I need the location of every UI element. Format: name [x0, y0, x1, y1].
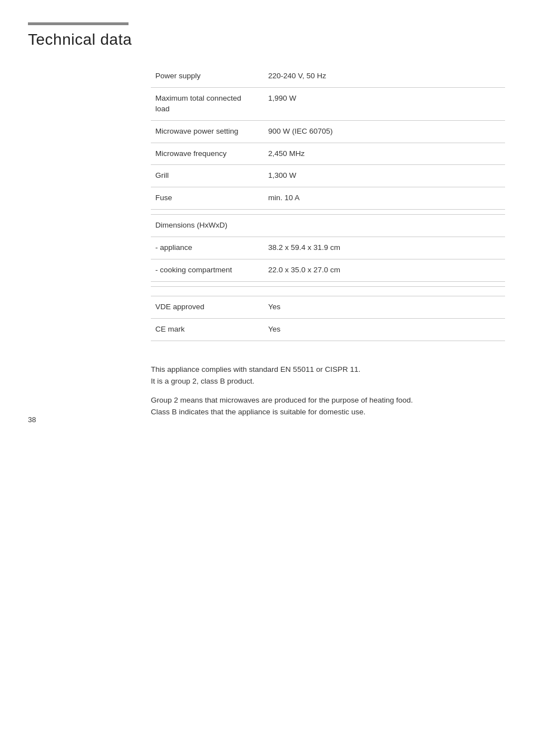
spec-value: 220-240 V, 50 Hz: [263, 65, 505, 87]
table-row: CE mark Yes: [151, 318, 505, 341]
compliance-text-2: Group 2 means that microwaves are produc…: [151, 396, 413, 417]
table-row: VDE approved Yes: [151, 296, 505, 318]
compliance-text: This appliance complies with standard EN…: [151, 363, 447, 418]
spec-label: Maximum total connected load: [151, 87, 263, 120]
spec-label: Fuse: [151, 187, 263, 210]
table-row: Fuse min. 10 A: [151, 187, 505, 210]
spec-value: Yes: [263, 318, 505, 341]
spec-label: Microwave frequency: [151, 143, 263, 165]
page-container: Technical data Power supply 220-240 V, 5…: [0, 0, 533, 441]
table-row: - cooking compartment 22.0 x 35.0 x 27.0…: [151, 259, 505, 282]
spec-value: Yes: [263, 296, 505, 318]
page-number: 38: [28, 415, 36, 424]
spec-label: Grill: [151, 165, 263, 187]
table-row: Microwave power setting 900 W (IEC 60705…: [151, 120, 505, 143]
dimensions-header-row: Dimensions (HxWxD): [151, 215, 505, 237]
spec-value: min. 10 A: [263, 187, 505, 210]
cert-separator-row: [151, 286, 505, 296]
header-bar: [28, 22, 129, 25]
spacer-row-2: [151, 281, 505, 286]
spec-value: 2,450 MHz: [263, 143, 505, 165]
compliance-text-1: This appliance complies with standard EN…: [151, 365, 360, 386]
table-row: Grill 1,300 W: [151, 165, 505, 187]
table-row: Power supply 220-240 V, 50 Hz: [151, 65, 505, 87]
spec-label: CE mark: [151, 318, 263, 341]
spec-label: - appliance: [151, 237, 263, 259]
table-row: Microwave frequency 2,450 MHz: [151, 143, 505, 165]
page-title: Technical data: [28, 31, 505, 49]
spec-label: VDE approved: [151, 296, 263, 318]
dimensions-header: Dimensions (HxWxD): [155, 221, 227, 229]
spec-value: 22.0 x 35.0 x 27.0 cm: [263, 259, 505, 282]
table-row: Maximum total connected load 1,990 W: [151, 87, 505, 120]
spec-table: Power supply 220-240 V, 50 Hz Maximum to…: [151, 65, 505, 341]
spec-label: - cooking compartment: [151, 259, 263, 282]
spec-value: 1,990 W: [263, 87, 505, 120]
spec-value: 1,300 W: [263, 165, 505, 187]
table-row: - appliance 38.2 x 59.4 x 31.9 cm: [151, 237, 505, 259]
content-area: Power supply 220-240 V, 50 Hz Maximum to…: [151, 65, 505, 418]
spec-label: Power supply: [151, 65, 263, 87]
spacer-row: [151, 210, 505, 215]
spec-value: 900 W (IEC 60705): [263, 120, 505, 143]
compliance-paragraph-1: This appliance complies with standard EN…: [151, 363, 447, 388]
spec-value: 38.2 x 59.4 x 31.9 cm: [263, 237, 505, 259]
compliance-paragraph-2: Group 2 means that microwaves are produc…: [151, 394, 447, 418]
spec-label: Microwave power setting: [151, 120, 263, 143]
